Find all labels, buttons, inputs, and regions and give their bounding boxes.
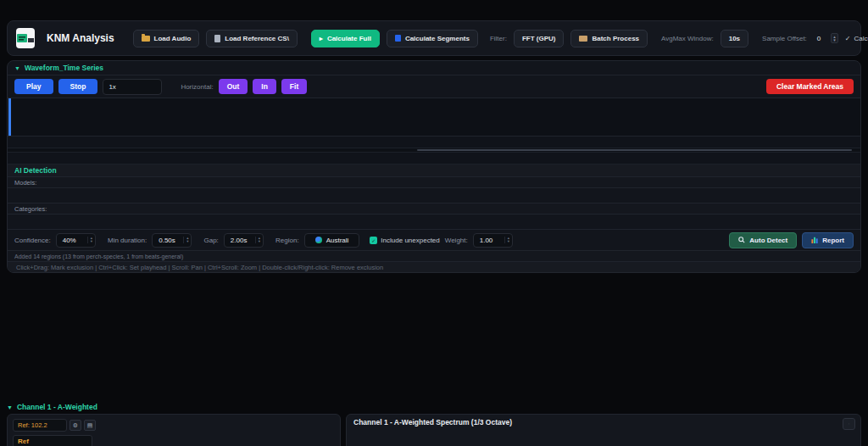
report-label: Report bbox=[822, 237, 844, 244]
globe-icon bbox=[315, 237, 322, 243]
collapse-icon: ▼ bbox=[14, 65, 20, 71]
scrollbar-handle[interactable] bbox=[417, 149, 852, 151]
auto-detect-label: Auto Detect bbox=[749, 237, 787, 244]
sample-offset-spinner[interactable]: ▴▾ bbox=[831, 33, 838, 43]
calculate-full-button[interactable]: ▸Calculate Full bbox=[311, 30, 380, 47]
report-chart-icon bbox=[811, 237, 818, 243]
filter-select[interactable]: FFT (GPU) bbox=[514, 30, 565, 47]
channel1-header[interactable]: ▼Channel 1 - A-Weighted bbox=[7, 400, 97, 414]
models-row bbox=[8, 188, 860, 203]
ai-status-text: Added 14 regions (13 from perch-species,… bbox=[8, 251, 860, 262]
layout-button[interactable]: ▤ bbox=[84, 420, 96, 431]
file-icon bbox=[214, 35, 220, 42]
folder-icon bbox=[142, 36, 150, 42]
categories-row bbox=[8, 215, 860, 230]
magnifier-icon bbox=[738, 237, 745, 243]
ref-level-input[interactable]: Ref: 102.2 bbox=[13, 419, 67, 432]
menu-bar bbox=[0, 0, 868, 15]
horizontal-label: Horizontal: bbox=[181, 83, 213, 91]
playhead[interactable] bbox=[8, 98, 11, 136]
gap-label: Gap: bbox=[203, 237, 218, 244]
gap-value: 2.00s bbox=[225, 234, 255, 247]
collapse-icon: ▼ bbox=[7, 404, 13, 410]
min-duration-value: 0.50s bbox=[153, 234, 183, 247]
calculate-segments-label: Calculate Segments bbox=[405, 35, 470, 42]
spectrum-plot[interactable] bbox=[362, 426, 852, 446]
report-button[interactable]: Report bbox=[802, 232, 854, 248]
load-audio-label: Load Audio bbox=[154, 35, 192, 42]
gap-input[interactable]: 2.00s▴▾ bbox=[224, 233, 264, 248]
checkmark-icon: ✓ bbox=[845, 35, 851, 42]
waveform-panel-header[interactable]: ▼Waveform_Time Series bbox=[8, 61, 860, 75]
spectrum-zoom-button[interactable] bbox=[843, 418, 855, 430]
weight-label: Weight: bbox=[445, 237, 468, 244]
sample-offset-label: Sample Offset: bbox=[762, 35, 807, 42]
avgmax-value: 10s bbox=[729, 35, 740, 42]
speed-input[interactable]: 1x bbox=[103, 79, 162, 95]
stack-icon: ▤ bbox=[87, 422, 93, 429]
region-value: Australi bbox=[326, 237, 349, 244]
waveform-panel: ▼Waveform_Time Series Play Stop 1x Horiz… bbox=[7, 60, 861, 273]
bottom-row: Ref: 102.2 ⚙ ▤ Ref Channel 1 - A-Weighte… bbox=[7, 414, 861, 446]
zoom-out-button[interactable]: Out bbox=[219, 79, 248, 94]
avgmax-label: AvgMax Window: bbox=[661, 35, 714, 42]
checkbox-icon: ✓ bbox=[370, 237, 377, 244]
time-axis-bottom[interactable] bbox=[8, 153, 860, 164]
calculate-loudness-label: Calculate Loudness bbox=[854, 35, 868, 42]
categories-label: Categories: bbox=[8, 203, 860, 215]
gear-icon: ⚙ bbox=[73, 422, 78, 429]
min-duration-input[interactable]: 0.50s▴▾ bbox=[152, 233, 192, 248]
spinner-down-icon: ▾ bbox=[833, 38, 836, 42]
confidence-input[interactable]: 40%▴▾ bbox=[56, 233, 96, 248]
segments-icon bbox=[395, 35, 401, 42]
settings-button[interactable]: ⚙ bbox=[70, 420, 81, 431]
time-axis-top[interactable] bbox=[8, 137, 860, 148]
play-icon: ▸ bbox=[320, 35, 323, 42]
zoom-fit-button[interactable]: Fit bbox=[281, 79, 307, 94]
batch-process-button[interactable]: Batch Process bbox=[570, 30, 648, 47]
min-duration-label: Min duration: bbox=[108, 237, 147, 244]
batch-icon bbox=[579, 36, 587, 42]
spinner-icon[interactable]: ▴▾ bbox=[87, 237, 95, 243]
calculate-segments-button[interactable]: Calculate Segments bbox=[387, 30, 478, 47]
ref-row-label: Ref bbox=[13, 435, 92, 446]
include-unexpected-checkbox[interactable]: ✓Include unexpected bbox=[370, 237, 439, 244]
load-reference-label: Load Reference CS\ bbox=[225, 35, 289, 42]
confidence-value: 40% bbox=[57, 234, 87, 247]
chart-hints: Click+Drag: Mark exclusion | Ctrl+Click:… bbox=[8, 262, 860, 272]
spinner-icon[interactable]: ▴▾ bbox=[255, 237, 263, 243]
batch-process-label: Batch Process bbox=[592, 35, 639, 42]
channel1-title: Channel 1 - A-Weighted bbox=[17, 403, 97, 411]
zoom-in-button[interactable]: In bbox=[253, 79, 276, 94]
region-label: Region: bbox=[275, 237, 299, 244]
include-unexpected-label: Include unexpected bbox=[381, 237, 439, 244]
waveform-strip[interactable] bbox=[8, 98, 860, 137]
models-label: Models: bbox=[8, 177, 860, 188]
stats-panel: Ref: 102.2 ⚙ ▤ Ref bbox=[7, 414, 341, 446]
region-select[interactable]: Australi bbox=[304, 233, 360, 248]
app-title: KNM Analysis bbox=[47, 32, 114, 44]
clear-marked-areas-button[interactable]: Clear Marked Areas bbox=[766, 79, 854, 94]
calculate-full-label: Calculate Full bbox=[327, 35, 371, 42]
play-button[interactable]: Play bbox=[14, 79, 53, 94]
spinner-icon[interactable]: ▴▾ bbox=[504, 237, 512, 243]
main-toolbar: KNM Analysis Load Audio Load Reference C… bbox=[7, 20, 861, 56]
ai-controls: Confidence: 40%▴▾ Min duration: 0.50s▴▾ … bbox=[8, 230, 860, 251]
stop-button[interactable]: Stop bbox=[58, 79, 98, 94]
spectrum-panel: Channel 1 - A-Weighted Spectrum (1/3 Oct… bbox=[346, 414, 861, 446]
load-audio-button[interactable]: Load Audio bbox=[133, 30, 200, 47]
weight-value: 1.00 bbox=[474, 234, 504, 247]
filter-value: FFT (GPU) bbox=[522, 35, 556, 42]
auto-detect-button[interactable]: Auto Detect bbox=[729, 232, 797, 248]
waveform-panel-title: Waveform_Time Series bbox=[25, 64, 103, 72]
calculate-loudness-checkbox[interactable]: ✓Calculate Loudness bbox=[845, 35, 868, 42]
load-reference-button[interactable]: Load Reference CS\ bbox=[206, 30, 298, 47]
sample-offset-value[interactable]: 0 bbox=[814, 35, 824, 42]
confidence-label: Confidence: bbox=[14, 237, 51, 244]
app-logo bbox=[16, 28, 35, 48]
avgmax-window-input[interactable]: 10s bbox=[721, 30, 748, 47]
filter-label: Filter: bbox=[490, 35, 507, 42]
spinner-icon[interactable]: ▴▾ bbox=[183, 237, 191, 243]
weight-input[interactable]: 1.00▴▾ bbox=[473, 233, 513, 248]
waveform-controls: Play Stop 1x Horizontal: Out In Fit Clea… bbox=[8, 75, 860, 98]
